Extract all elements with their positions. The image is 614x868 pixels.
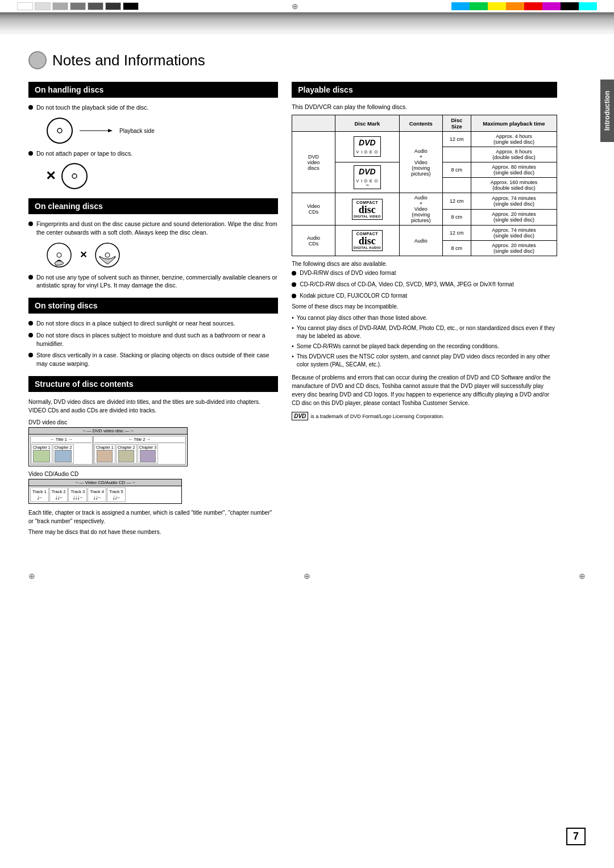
cleaning-section: On cleaning discs Fingerprints and dust … xyxy=(28,198,278,290)
sidebar-intro-label: Introduction xyxy=(600,80,614,142)
arrow-diagram xyxy=(80,125,114,136)
svg-marker-3 xyxy=(108,129,113,132)
handling-header: On handling discs xyxy=(28,82,278,98)
structure-header: Structure of disc contents xyxy=(28,376,278,392)
svg-point-0 xyxy=(47,118,72,143)
handling-section: On handling discs Do not touch the playb… xyxy=(28,82,278,190)
disc-circle-diagram xyxy=(45,116,74,145)
bottom-crosshair-center: ⊕ xyxy=(304,571,310,581)
svg-point-4 xyxy=(62,164,87,189)
disc-with-x xyxy=(60,162,89,190)
bad-disc-diagram xyxy=(94,241,121,269)
page-number: 7 xyxy=(566,828,586,845)
top-registration-bar: ⊕ xyxy=(0,0,614,12)
storing-section: On storing discs Do not store discs in a… xyxy=(28,298,278,368)
svg-point-9 xyxy=(105,253,110,257)
svg-point-7 xyxy=(57,253,61,257)
bottom-crosshair-left: ⊕ xyxy=(28,571,35,581)
playable-section: Playable discs This DVD/VCR can play the… xyxy=(292,82,557,420)
playable-table: Disc Mark Contents Disc Size Maximum pla… xyxy=(292,115,557,256)
cleaning-header: On cleaning discs xyxy=(28,198,278,214)
playable-header: Playable discs xyxy=(292,82,557,98)
bottom-crosshair-right: ⊕ xyxy=(579,571,586,581)
svg-point-5 xyxy=(72,174,77,178)
structure-section: Structure of disc contents Normally, DVD… xyxy=(28,376,278,536)
storing-header: On storing discs xyxy=(28,298,278,314)
ok-disc-diagram xyxy=(45,241,73,269)
center-crosshair-top: ⊕ xyxy=(292,2,298,11)
svg-point-1 xyxy=(57,128,62,133)
page-title: Notes and Informations xyxy=(28,51,586,69)
header-band xyxy=(0,12,614,34)
